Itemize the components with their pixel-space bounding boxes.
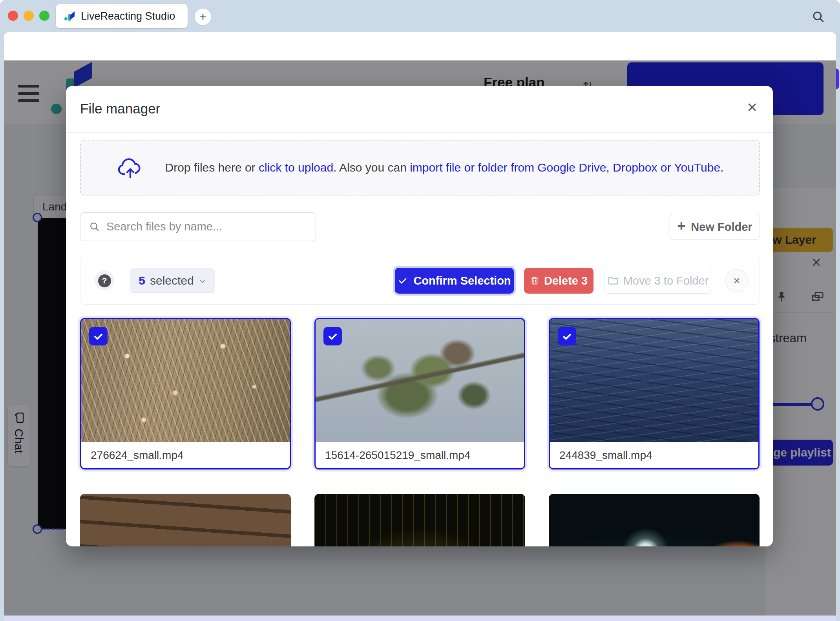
browser-toolbar: VPN https://studio.livereacting.com/proj… xyxy=(4,32,836,60)
check-icon xyxy=(398,276,408,286)
video-thumbnail xyxy=(81,319,290,442)
file-card[interactable] xyxy=(314,494,525,546)
favicon xyxy=(64,10,75,22)
selected-checkbox[interactable] xyxy=(323,327,342,345)
chevron-down-icon xyxy=(199,278,206,285)
selection-toolbar: ? 5 selected Confirm Selection xyxy=(80,257,760,305)
selected-count-dropdown[interactable]: 5 selected xyxy=(130,268,215,293)
browser-tabbar: LiveReacting Studio + xyxy=(0,0,840,32)
modal-close-icon[interactable]: × xyxy=(747,99,757,116)
browser-window: LiveReacting Studio + VPN https://studio… xyxy=(0,0,840,621)
folder-icon xyxy=(608,276,619,286)
window-close-button[interactable] xyxy=(8,11,18,21)
import-link[interactable]: import file or folder from Google Drive,… xyxy=(410,161,720,174)
page-content: Free plan Land Chat xyxy=(4,60,836,616)
file-card[interactable] xyxy=(80,494,291,546)
video-thumbnail xyxy=(80,494,291,546)
file-manager-modal: File manager × Drop files here or click … xyxy=(66,86,773,546)
dropzone-text: Drop files here or click to upload. Also… xyxy=(165,161,724,174)
question-icon: ? xyxy=(98,274,111,287)
window-zoom-button[interactable] xyxy=(39,11,49,21)
video-thumbnail xyxy=(550,319,758,442)
file-name: 276624_small.mp4 xyxy=(81,442,290,468)
new-folder-button[interactable]: + New Folder xyxy=(670,214,760,240)
modal-header: File manager × xyxy=(66,86,773,133)
video-thumbnail xyxy=(316,319,524,442)
file-card[interactable]: 276624_small.mp4 xyxy=(80,318,291,469)
window-minimize-button[interactable] xyxy=(24,11,34,21)
file-card[interactable]: 15614-265015219_small.mp4 xyxy=(314,318,525,469)
tab-search-icon[interactable] xyxy=(812,10,825,24)
upload-dropzone[interactable]: Drop files here or click to upload. Also… xyxy=(80,140,760,195)
file-grid: 276624_small.mp4 15614-265015219_small.m… xyxy=(80,318,760,546)
delete-button[interactable]: Delete 3 xyxy=(524,268,593,294)
file-card[interactable]: 244839_small.mp4 xyxy=(549,318,760,469)
window-bottom-strip xyxy=(4,616,836,621)
selected-checkbox[interactable] xyxy=(558,327,576,345)
file-card[interactable] xyxy=(549,494,760,546)
video-thumbnail xyxy=(314,494,525,546)
file-name: 244839_small.mp4 xyxy=(550,442,758,468)
new-tab-button[interactable]: + xyxy=(195,9,211,25)
file-search xyxy=(80,212,316,241)
search-input[interactable] xyxy=(106,220,307,233)
trash-icon xyxy=(530,276,539,286)
move-to-folder-button[interactable]: Move 3 to Folder xyxy=(604,268,712,294)
video-thumbnail xyxy=(549,494,760,546)
tab-title: LiveReacting Studio xyxy=(81,10,175,22)
search-icon xyxy=(89,221,100,232)
clear-selection-button[interactable]: × xyxy=(725,269,749,292)
selected-checkbox[interactable] xyxy=(89,327,108,345)
browser-tab[interactable]: LiveReacting Studio xyxy=(56,4,188,28)
help-button[interactable]: ? xyxy=(95,271,114,290)
cloud-upload-icon xyxy=(117,156,144,179)
upload-link[interactable]: click to upload xyxy=(259,161,333,174)
file-name: 15614-265015219_small.mp4 xyxy=(316,442,524,468)
plus-icon: + xyxy=(677,218,685,234)
confirm-selection-button[interactable]: Confirm Selection xyxy=(395,268,514,294)
modal-title: File manager xyxy=(80,101,160,117)
